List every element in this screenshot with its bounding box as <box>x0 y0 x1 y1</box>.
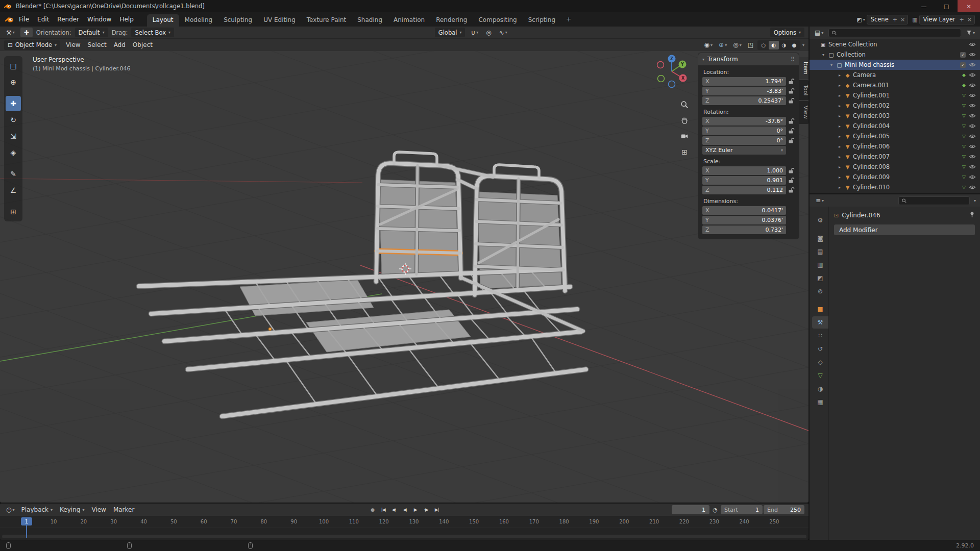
tool-button[interactable]: ⊕ <box>6 74 21 90</box>
xray-toggle[interactable]: ◳ <box>746 40 755 50</box>
number-field[interactable]: Y-3.83' <box>702 87 786 95</box>
viewport-3d[interactable]: □⊕✚↻⇲◈✎∠⊞ User Perspective (1) Mini Mod … <box>0 51 808 503</box>
playback-button[interactable]: ◀ <box>400 505 409 514</box>
menu-item[interactable]: Help <box>115 12 137 27</box>
show-gizmo-toggle[interactable]: ⊕ ▾ <box>717 40 729 50</box>
zoom-button[interactable] <box>679 99 690 110</box>
shading-dropdown-chevron[interactable]: ▾ <box>802 43 804 47</box>
tool-button[interactable]: ↻ <box>6 112 21 128</box>
scene-name[interactable]: Scene <box>870 16 890 23</box>
number-field[interactable]: Y0.0376' <box>702 216 786 224</box>
tool-button[interactable]: ✎ <box>6 166 21 182</box>
outliner-filter-button[interactable]: ▾ <box>964 28 977 38</box>
menu-item[interactable]: File <box>15 12 33 27</box>
blender-menu-icon[interactable] <box>5 16 14 23</box>
outliner-row[interactable]: ▸ ▼ Cylinder.008 ▽ ✓ <box>810 162 980 172</box>
properties-tab[interactable]: ◩ <box>812 272 828 284</box>
menu-item[interactable]: View <box>62 39 84 51</box>
playback-button[interactable]: |◀ <box>378 505 388 514</box>
breadcrumb-object-name[interactable]: Cylinder.046 <box>842 212 880 219</box>
timeline-ruler[interactable]: 1020304050607080901001101201301401501601… <box>0 516 808 527</box>
gizmo-z-neg[interactable] <box>669 81 675 88</box>
lock-icon[interactable] <box>788 118 795 124</box>
active-tool-icon[interactable]: ✚ <box>20 28 33 37</box>
lock-icon[interactable] <box>788 128 795 134</box>
hide-eye-icon[interactable] <box>969 52 976 57</box>
number-field[interactable]: Y0° <box>702 127 786 135</box>
workspace-tab[interactable]: Animation <box>388 14 430 27</box>
disclosure-arrow[interactable]: ▸ <box>837 73 842 78</box>
proportional-editing-toggle[interactable]: ◎ <box>484 28 493 37</box>
number-field[interactable]: Z0.25437' <box>702 96 786 105</box>
shading-mode-button[interactable]: ○ <box>758 41 769 49</box>
timeline-menu-item[interactable]: Marker ▾ <box>110 506 138 513</box>
properties-editor-type-button[interactable]: ≡ ▾ <box>814 196 826 206</box>
remove-view-layer-button[interactable]: × <box>967 16 972 23</box>
outliner-row[interactable]: ▸ ▼ Cylinder.003 ▽ ✓ <box>810 111 980 121</box>
workspace-tab[interactable]: Scripting <box>523 14 561 27</box>
workspace-tab[interactable]: Modeling <box>179 14 218 27</box>
timeline-editor-type-button[interactable]: ◷ ▾ <box>4 505 17 515</box>
workspace-tab[interactable]: UV Editing <box>258 14 301 27</box>
hide-eye-icon[interactable] <box>969 123 976 129</box>
number-field[interactable]: X-37.6° <box>702 117 786 126</box>
transform-panel-header[interactable]: ▾ Transform ⠿ <box>698 53 799 65</box>
playback-button[interactable]: ▶ <box>410 505 420 514</box>
lock-icon[interactable] <box>788 97 795 104</box>
properties-tab[interactable]: ◑ <box>812 383 828 395</box>
lock-icon[interactable] <box>788 167 795 174</box>
auto-keying-button[interactable]: ● <box>368 507 377 512</box>
disclosure-arrow[interactable]: ▸ <box>837 114 842 118</box>
timeline-menu-item[interactable]: View ▾ <box>88 506 109 513</box>
disclosure-arrow[interactable]: ▸ <box>837 93 842 98</box>
sidebar-tab[interactable]: Item <box>799 57 808 79</box>
disclosure-arrow[interactable]: ▾ <box>829 63 834 67</box>
disclosure-arrow[interactable]: ▸ <box>837 175 842 180</box>
hide-eye-icon[interactable] <box>969 174 976 180</box>
timeline-scrollbar[interactable] <box>2 535 806 538</box>
playhead-marker[interactable]: 1 <box>21 517 32 525</box>
tool-button[interactable]: ⊞ <box>6 204 21 219</box>
camera-view-button[interactable] <box>679 131 690 142</box>
menu-item[interactable]: Add <box>110 39 129 51</box>
shading-mode-button[interactable]: ◐ <box>769 41 779 49</box>
shading-mode-button[interactable]: ◑ <box>779 41 789 49</box>
tool-button[interactable]: □ <box>6 58 21 73</box>
gizmo-x-neg[interactable] <box>657 62 664 68</box>
hide-eye-icon[interactable] <box>969 42 976 47</box>
playback-button[interactable]: ▶| <box>432 505 442 514</box>
hide-eye-icon[interactable] <box>969 134 976 139</box>
frame-end-field[interactable]: End250 <box>764 505 804 514</box>
outliner-row[interactable]: ▸ ▣ Scene Collection ✓ <box>810 39 980 49</box>
window-button[interactable]: × <box>958 0 980 12</box>
disclosure-arrow[interactable]: ▸ <box>837 124 842 129</box>
menu-item[interactable]: Object <box>129 39 156 51</box>
properties-tab[interactable]: ◙ <box>812 232 828 244</box>
properties-tab[interactable]: ⊚ <box>812 285 828 297</box>
workspace-tab[interactable]: Shading <box>352 14 388 27</box>
outliner-row[interactable]: ▸ ▼ Cylinder.004 ▽ ✓ <box>810 121 980 131</box>
timeline-track-area[interactable] <box>0 528 808 540</box>
view-layer-name[interactable]: View Layer <box>922 16 957 23</box>
preview-range-button[interactable]: ◔ <box>710 507 720 513</box>
shading-mode-button[interactable]: ● <box>789 41 799 49</box>
number-field[interactable]: Z0° <box>702 136 786 145</box>
disclosure-arrow[interactable]: ▸ <box>837 155 842 159</box>
properties-tab[interactable]: ↺ <box>812 343 828 355</box>
properties-options-chevron[interactable]: ▾ <box>974 198 976 203</box>
number-field[interactable]: X0.0417' <box>702 206 786 215</box>
number-field[interactable]: Z0.732' <box>702 226 786 234</box>
outliner-row[interactable]: ▸ ◆ Camera.001 ◆ ✓ <box>810 80 980 90</box>
hide-eye-icon[interactable] <box>969 164 976 169</box>
navigation-gizmo[interactable]: Z Y X <box>652 52 691 91</box>
disclosure-arrow[interactable]: ▸ <box>837 134 842 139</box>
rollcage-model[interactable] <box>139 152 586 416</box>
properties-tab[interactable]: ▽ <box>812 369 828 382</box>
outliner-row[interactable]: ▸ ▼ Cylinder.009 ▽ ✓ <box>810 172 980 182</box>
outliner-row[interactable]: ▸ ▼ Cylinder.010 ▽ ✓ <box>810 182 980 192</box>
new-scene-button[interactable]: + <box>893 16 897 23</box>
hide-eye-icon[interactable] <box>969 113 976 118</box>
current-frame-field[interactable]: 1 <box>672 505 709 514</box>
properties-search-input[interactable] <box>898 196 970 205</box>
pan-view-button[interactable] <box>679 115 690 126</box>
